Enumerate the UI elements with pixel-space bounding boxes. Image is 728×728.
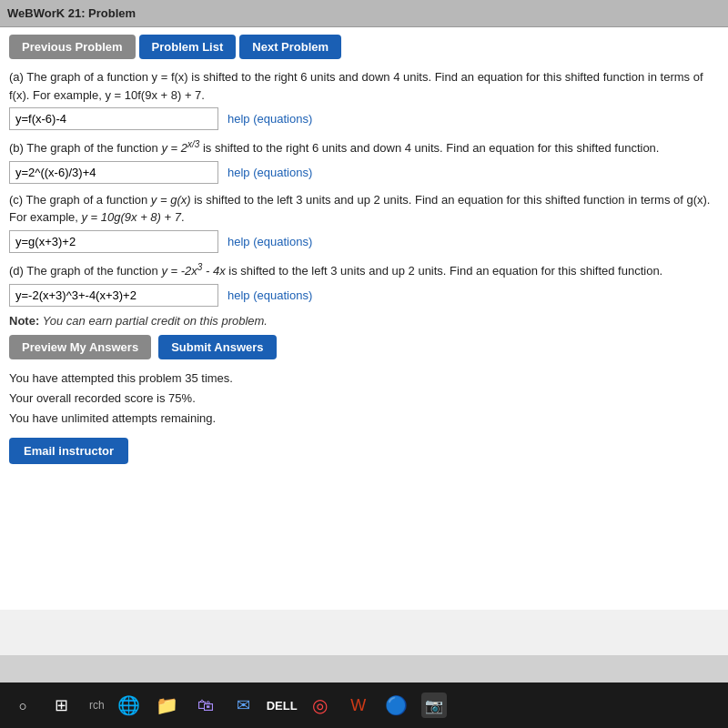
page-title: WeBWorK 21: Problem bbox=[7, 6, 136, 20]
action-buttons: Preview My Answers Submit Answers bbox=[9, 335, 719, 359]
submit-button[interactable]: Submit Answers bbox=[158, 335, 276, 359]
note-label: Note: bbox=[9, 314, 39, 328]
part-c-description: (c) The graph of a function y = g(x) is … bbox=[9, 193, 710, 225]
note-text: You can earn partial credit on this prob… bbox=[43, 314, 268, 328]
part-c-section: (c) The graph of a function y = g(x) is … bbox=[9, 191, 719, 253]
note-section: Note: You can earn partial credit on thi… bbox=[9, 314, 719, 328]
edge-icon[interactable]: 🌐 bbox=[116, 692, 143, 719]
part-d-input[interactable] bbox=[9, 284, 218, 307]
part-a-help-link[interactable]: help (equations) bbox=[228, 112, 312, 126]
opera-icon[interactable]: ◎ bbox=[307, 692, 334, 719]
attempt-line1: You have attempted this problem 35 times… bbox=[9, 369, 719, 389]
part-b-input-row: help (equations) bbox=[9, 161, 719, 184]
attempt-info: You have attempted this problem 35 times… bbox=[9, 369, 719, 429]
next-problem-button[interactable]: Next Problem bbox=[239, 35, 341, 59]
prev-problem-button[interactable]: Previous Problem bbox=[9, 35, 136, 59]
part-a-input[interactable] bbox=[9, 107, 218, 130]
attempt-line2: Your overall recorded score is 75%. bbox=[9, 389, 719, 409]
email-instructor-button[interactable]: Email instructor bbox=[9, 438, 128, 464]
mail-icon[interactable]: ✉ bbox=[230, 692, 258, 719]
part-b-text: (b) The graph of the function y = 2x/3 i… bbox=[9, 137, 719, 157]
part-d-help-link[interactable]: help (equations) bbox=[228, 288, 312, 302]
part-b-description: (b) The graph of the function y = 2x/3 i… bbox=[9, 141, 659, 155]
part-d-text: (d) The graph of the function y = -2x3 -… bbox=[9, 260, 719, 280]
part-d-input-row: help (equations) bbox=[9, 284, 719, 307]
search-taskbar-icon[interactable]: ○ bbox=[9, 692, 36, 719]
part-c-input-row: help (equations) bbox=[9, 230, 719, 253]
dell-icon[interactable]: DELL bbox=[268, 692, 296, 719]
part-b-help-link[interactable]: help (equations) bbox=[228, 166, 312, 179]
part-c-text: (c) The graph of a function y = g(x) is … bbox=[9, 191, 719, 227]
camera-icon[interactable]: 📷 bbox=[421, 693, 447, 718]
part-d-section: (d) The graph of the function y = -2x3 -… bbox=[9, 260, 719, 307]
part-a-input-row: help (equations) bbox=[9, 107, 719, 130]
folder-icon[interactable]: 📁 bbox=[154, 692, 181, 719]
cortana-icon[interactable]: ⊞ bbox=[47, 692, 75, 719]
nav-bar: Previous Problem Problem List Next Probl… bbox=[9, 35, 719, 59]
part-b-input[interactable] bbox=[9, 161, 218, 184]
office-icon[interactable]: W bbox=[345, 692, 372, 719]
laptop-screen: WeBWorK 21: Problem Previous Problem Pro… bbox=[0, 0, 728, 655]
title-bar: WeBWorK 21: Problem bbox=[0, 0, 728, 27]
preview-button[interactable]: Preview My Answers bbox=[9, 335, 151, 359]
part-c-help-link[interactable]: help (equations) bbox=[228, 235, 312, 248]
search-text: rch bbox=[89, 699, 105, 712]
part-a-description: (a) The graph of a function y = f(x) is … bbox=[9, 70, 703, 102]
store-icon[interactable]: 🛍 bbox=[192, 692, 219, 719]
taskbar: ○ ⊞ rch 🌐 📁 🛍 ✉ DELL ◎ W 🔵 📷 bbox=[0, 682, 728, 728]
part-b-section: (b) The graph of the function y = 2x/3 i… bbox=[9, 137, 719, 184]
content-area: Previous Problem Problem List Next Probl… bbox=[0, 27, 728, 610]
problem-list-button[interactable]: Problem List bbox=[139, 35, 237, 59]
part-d-description: (d) The graph of the function y = -2x3 -… bbox=[9, 264, 662, 278]
attempt-line3: You have unlimited attempts remaining. bbox=[9, 409, 719, 429]
part-a-text: (a) The graph of a function y = f(x) is … bbox=[9, 68, 719, 104]
chrome-icon[interactable]: 🔵 bbox=[383, 692, 410, 719]
part-c-input[interactable] bbox=[9, 230, 218, 253]
